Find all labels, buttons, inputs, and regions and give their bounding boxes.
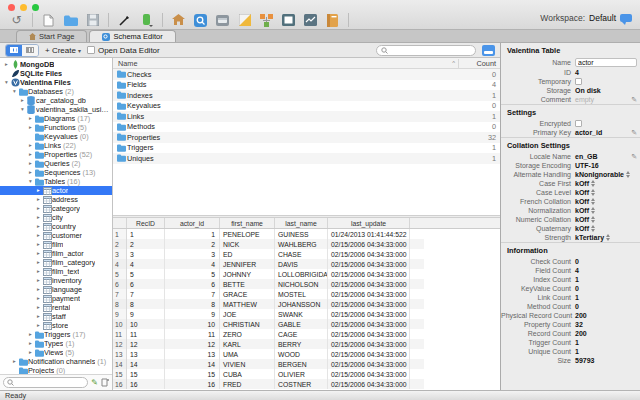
- tree-item-triggers[interactable]: ▸Triggers(17): [0, 330, 112, 339]
- grid-row-14[interactable]: 141414VIVIENBERGEN02/15/2006 04:34:33:00…: [113, 359, 424, 369]
- tree-item-city[interactable]: ▸city: [0, 213, 112, 222]
- grid-row-5[interactable]: 555JOHNNYLOLLOBRIGIDA02/15/2006 04:34:33…: [113, 269, 424, 279]
- tree-item-film[interactable]: ▸film: [0, 240, 112, 249]
- prop-value[interactable]: kOff: [575, 225, 589, 232]
- tree-caret-icon[interactable]: ▾: [27, 179, 34, 185]
- grid-row-7[interactable]: 777GRACEMOSTEL02/15/2006 04:34:33:000: [113, 289, 424, 299]
- column-view-button[interactable]: [22, 45, 38, 56]
- connection-status-icon[interactable]: [138, 12, 155, 28]
- tree-item-notification-channels[interactable]: ▸Notification channels(1): [0, 357, 112, 366]
- prop-value[interactable]: kOff: [575, 216, 589, 223]
- tree-item-address[interactable]: ▸address: [0, 195, 112, 204]
- grid-column-header-recid[interactable]: RecID: [127, 218, 165, 228]
- tree-caret-icon[interactable]: ▸: [35, 260, 42, 266]
- schema-category-row-links[interactable]: Links1: [113, 111, 500, 122]
- chart-icon[interactable]: [302, 12, 319, 28]
- encrypted-checkbox[interactable]: [575, 120, 582, 127]
- tree-caret-icon[interactable]: ▸: [11, 359, 18, 365]
- minimize-window-icon[interactable]: [20, 4, 27, 11]
- tree-caret-icon[interactable]: ▸: [27, 125, 34, 131]
- edit-pencil-icon[interactable]: ✎: [631, 129, 637, 136]
- tree-caret-icon[interactable]: ▸: [27, 341, 34, 347]
- schema-search-input[interactable]: [376, 45, 476, 56]
- dropdown-stepper-icon[interactable]: [591, 225, 595, 232]
- grid-row-6[interactable]: 666BETTENICHOLSON02/15/2006 04:34:33:000: [113, 279, 424, 289]
- tab-start-page[interactable]: Start Page: [16, 30, 87, 42]
- tree-item-functions[interactable]: ▸Functions(5): [0, 123, 112, 132]
- tree-item-valentina-sakila-using-fo[interactable]: ▾valentina_sakila_using_fo...: [0, 105, 112, 114]
- grid-row-16[interactable]: 161616FREDCOSTNER02/15/2006 04:34:33:000: [113, 379, 424, 389]
- tree-caret-icon[interactable]: ▸: [35, 251, 42, 257]
- schema-category-row-uniques[interactable]: Uniques1: [113, 153, 500, 164]
- grid-row-13[interactable]: 131313UMAWOOD02/15/2006 04:34:33:000: [113, 349, 424, 359]
- tree-item-film-text[interactable]: ▸film_text: [0, 267, 112, 276]
- tree-item-customer[interactable]: ▸customer: [0, 231, 112, 240]
- home-icon[interactable]: [170, 12, 187, 28]
- tree-item-mongodb[interactable]: ▸MongoDB: [0, 60, 112, 69]
- sql-editor-icon[interactable]: [236, 12, 253, 28]
- tree-caret-icon[interactable]: ▸: [35, 233, 42, 239]
- prop-value[interactable]: kOff: [575, 207, 589, 214]
- grid-row-15[interactable]: 151515CUBAOLIVIER02/15/2006 04:34:33:000: [113, 369, 424, 379]
- tree-item-actor[interactable]: ▸actor: [0, 186, 112, 195]
- tree-caret-icon[interactable]: ▸: [3, 62, 10, 68]
- tree-caret-icon[interactable]: ▸: [27, 116, 34, 122]
- tree-item-film-actor[interactable]: ▸film_actor: [0, 249, 112, 258]
- tree-caret-icon[interactable]: ▸: [35, 269, 42, 275]
- tree-caret-icon[interactable]: ▸: [35, 314, 42, 320]
- tree-item-film-category[interactable]: ▸film_category: [0, 258, 112, 267]
- tree-item-views[interactable]: ▸Views(5): [0, 348, 112, 357]
- tree-item-country[interactable]: ▸country: [0, 222, 112, 231]
- schema-category-row-triggers[interactable]: Triggers1: [113, 143, 500, 154]
- undo-icon[interactable]: ↺: [8, 12, 25, 28]
- tree-caret-icon[interactable]: ▸: [35, 323, 42, 329]
- tree-caret-icon[interactable]: ▸: [35, 305, 42, 311]
- grid-row-1[interactable]: 111PENELOPEGUINESS01/24/2013 01:41:44:52…: [113, 229, 424, 239]
- open-data-editor-toggle[interactable]: Open Data Editor: [87, 46, 160, 55]
- open-folder-icon[interactable]: [62, 12, 79, 28]
- tree-item-properties[interactable]: ▸Properties(52): [0, 150, 112, 159]
- name-column-header[interactable]: Name ^: [113, 59, 458, 68]
- dropdown-stepper-icon[interactable]: [591, 180, 595, 187]
- dropdown-stepper-icon[interactable]: [591, 198, 595, 205]
- grid-row-3[interactable]: 333EDCHASE02/15/2006 04:34:33:000: [113, 249, 424, 259]
- tab-schema-editor[interactable]: Schema Editor: [89, 30, 175, 42]
- tree-caret-icon[interactable]: ▾: [11, 89, 18, 95]
- grid-row-8[interactable]: 888MATTHEWJOHANSSON02/15/2006 04:34:33:0…: [113, 299, 424, 309]
- grid-column-header-last-update[interactable]: last_update: [328, 218, 410, 228]
- prop-value[interactable]: kOff: [575, 198, 589, 205]
- grid-row-9[interactable]: 999JOESWANK02/15/2006 04:34:33:000: [113, 309, 424, 319]
- close-window-icon[interactable]: [8, 4, 15, 11]
- tree-item-projects[interactable]: Projects(0): [0, 366, 112, 374]
- tree-caret-icon[interactable]: ▸: [35, 296, 42, 302]
- tree-caret-icon[interactable]: ▸: [35, 206, 42, 212]
- tree-caret-icon[interactable]: ▸: [35, 278, 42, 284]
- edit-pencil-icon[interactable]: ✎: [631, 96, 637, 103]
- tree-item-databases[interactable]: ▾Databases(2): [0, 87, 112, 96]
- grid-column-header-last-name[interactable]: last_name: [275, 218, 328, 228]
- schema-editor-icon[interactable]: [192, 12, 209, 28]
- dropdown-stepper-icon[interactable]: [591, 216, 595, 223]
- tree-item-sqlite-files[interactable]: SQLite Files: [0, 69, 112, 78]
- save-icon[interactable]: [84, 12, 101, 28]
- prop-value[interactable]: kTertiary: [575, 234, 604, 241]
- tree-item-language[interactable]: ▸language: [0, 285, 112, 294]
- schema-category-row-properties[interactable]: Properties32: [113, 132, 500, 143]
- tree-item-category[interactable]: ▸category: [0, 204, 112, 213]
- tree-item-sequences[interactable]: ▸Sequences(13): [0, 168, 112, 177]
- book-icon[interactable]: [324, 12, 341, 28]
- tree-caret-icon[interactable]: ▸: [27, 170, 34, 176]
- diagram-editor-icon[interactable]: [258, 12, 275, 28]
- schema-category-row-methods[interactable]: Methods0: [113, 122, 500, 133]
- tree-item-valentina-files[interactable]: ▾Valentina Files: [0, 78, 112, 87]
- grid-column-header-actor-id[interactable]: actor_id: [165, 218, 220, 228]
- tree-item-inventory[interactable]: ▸inventory: [0, 276, 112, 285]
- prop-value[interactable]: kOff: [575, 189, 589, 196]
- tree-caret-icon[interactable]: ▸: [19, 98, 26, 104]
- tree-item-keyvalues[interactable]: Keyvalues(0): [0, 132, 112, 141]
- prop-value[interactable]: kNonIgnorable: [575, 171, 624, 178]
- tree-caret-icon[interactable]: ▾: [3, 80, 10, 86]
- open-data-editor-checkbox[interactable]: [87, 46, 95, 54]
- sidebar-search-input[interactable]: [3, 377, 88, 388]
- count-column-header[interactable]: Count: [458, 59, 500, 68]
